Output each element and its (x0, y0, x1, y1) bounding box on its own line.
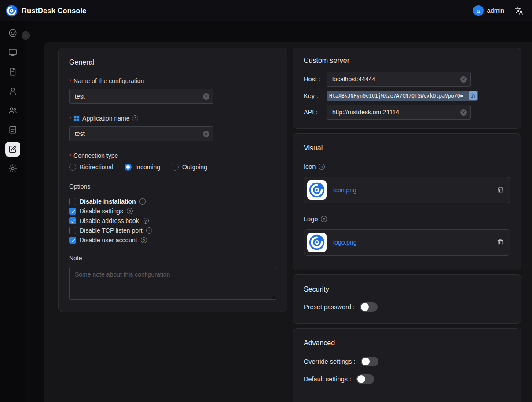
trash-icon[interactable] (497, 186, 504, 194)
radio-circle (69, 164, 76, 171)
api-label: API : (304, 109, 327, 116)
checkbox-disable-installation[interactable]: Disable installation ? (69, 197, 276, 206)
checkbox-disable-settings[interactable]: Disable settings ? (69, 206, 276, 216)
config-name-label: * Name of the configuration (69, 77, 276, 84)
config-name-label-text: Name of the configuration (73, 77, 144, 84)
checkbox-label: Disable TCP listen port (80, 227, 143, 234)
sidebar-collapse-button[interactable]: › (22, 31, 30, 40)
options-label: Options (69, 183, 276, 190)
clear-icon[interactable]: × (460, 76, 467, 83)
visual-title: Visual (304, 144, 510, 152)
host-label: Host : (304, 76, 327, 83)
checkbox-label: Disable address book (80, 217, 139, 224)
radio-incoming[interactable]: Incoming (125, 164, 160, 171)
content-panel: General * Name of the configuration × * … (44, 42, 532, 402)
default-settings-label: Default settings : (304, 376, 351, 383)
key-row: Key : HtaXBkJNHyn0e1U1jWXze7A7CN7QTGWqxk… (304, 91, 510, 101)
api-input[interactable] (327, 105, 471, 120)
app-name-label-text: Application name (82, 115, 129, 122)
connection-type-group: Bidirectional Incoming Outgoing (69, 164, 276, 171)
custom-server-title: Custom server (304, 57, 510, 65)
icon-file-link[interactable]: icon.png (333, 186, 356, 194)
right-column: Custom server Host : × Key : HtaXBkJNHyn… (293, 48, 521, 402)
checkbox-box-checked (69, 237, 76, 244)
api-input-wrap: × (327, 105, 471, 120)
trash-icon[interactable] (497, 238, 504, 246)
avatar[interactable]: a (473, 5, 484, 16)
app-name-input-wrap: × (69, 126, 213, 141)
help-icon[interactable]: ? (143, 218, 149, 224)
header: RustDesk Console a admin (0, 0, 532, 21)
checkbox-box-checked (69, 217, 76, 224)
checkbox-label: Disable settings (80, 208, 123, 215)
config-name-input[interactable] (69, 89, 213, 104)
copy-icon[interactable] (469, 91, 477, 100)
sidebar-item-smiley-icon[interactable] (5, 26, 20, 40)
radio-label: Outgoing (182, 164, 207, 171)
key-value-box[interactable]: HtaXBkJNHyn0e1U1jWXze7A7CN7QTGWqxkOtpaVp… (327, 91, 478, 101)
visual-card: Visual Icon ? icon.png Logo ? (293, 133, 521, 270)
help-icon[interactable]: ? (321, 216, 327, 222)
help-icon[interactable]: ? (127, 208, 133, 214)
toggle-knob (361, 303, 369, 311)
help-icon[interactable]: ? (146, 227, 152, 234)
note-textarea[interactable] (69, 267, 276, 300)
sidebar-item-logs-icon[interactable] (5, 122, 20, 137)
left-column: General * Name of the configuration × * … (58, 48, 287, 402)
general-card: General * Name of the configuration × * … (58, 48, 287, 312)
user-menu[interactable]: a admin (473, 5, 505, 16)
checkbox-box (69, 227, 76, 234)
key-label: Key : (304, 92, 327, 99)
required-mark: * (69, 153, 71, 159)
checkbox-disable-address-book[interactable]: Disable address book ? (69, 216, 276, 226)
sidebar-item-edit-icon[interactable] (5, 142, 20, 157)
username: admin (487, 7, 505, 14)
sidebar-item-settings-icon[interactable] (5, 161, 20, 176)
connection-type-label: * Connection type (69, 152, 276, 159)
toggle-knob (357, 375, 365, 383)
clear-icon[interactable]: × (460, 109, 467, 116)
icon-label-text: Icon (304, 163, 316, 170)
app-title: RustDesk Console (22, 7, 86, 15)
icon-preview (307, 180, 327, 200)
translate-icon[interactable] (515, 7, 523, 15)
sidebar-item-user-icon[interactable] (5, 84, 20, 99)
default-settings-toggle[interactable] (356, 374, 374, 384)
override-settings-label: Override settings : (304, 358, 356, 365)
icon-upload-box: icon.png (304, 177, 510, 203)
required-mark: * (69, 78, 71, 84)
custom-server-card: Custom server Host : × Key : HtaXBkJNHyn… (293, 48, 521, 129)
logo-label-text: Logo (304, 216, 318, 223)
sidebar (0, 21, 26, 402)
sidebar-item-document-icon[interactable] (5, 64, 20, 79)
checkbox-disable-tcp-listen-port[interactable]: Disable TCP listen port ? (69, 226, 276, 235)
advanced-title: Advanced (304, 339, 510, 347)
radio-outgoing[interactable]: Outgoing (172, 164, 207, 171)
clear-icon[interactable]: × (203, 131, 209, 137)
icon-label: Icon ? (304, 163, 510, 170)
app-name-input[interactable] (69, 126, 213, 141)
preset-password-row: Preset password : (304, 302, 510, 312)
help-icon[interactable]: ? (132, 115, 138, 121)
preset-password-toggle[interactable] (360, 302, 378, 312)
logo-file-link[interactable]: logo.png (333, 239, 357, 246)
checkbox-disable-user-account[interactable]: Disable user account ? (69, 235, 276, 245)
security-card: Security Preset password : (293, 274, 521, 324)
checkbox-label: Disable installation (80, 198, 136, 205)
host-input[interactable] (327, 72, 471, 87)
sidebar-item-users-icon[interactable] (5, 103, 20, 118)
default-settings-row: Default settings : (304, 374, 510, 384)
help-icon[interactable]: ? (141, 237, 147, 243)
override-settings-toggle[interactable] (361, 357, 378, 366)
clear-icon[interactable]: × (203, 93, 209, 100)
sidebar-item-monitor-icon[interactable] (5, 45, 20, 60)
app-name-label: * Application name ? (69, 115, 276, 122)
logo-preview (307, 233, 327, 252)
api-row: API : × (304, 105, 510, 120)
required-mark: * (69, 115, 71, 122)
help-icon[interactable]: ? (319, 164, 325, 170)
radio-label: Bidirectional (80, 164, 113, 171)
help-icon[interactable]: ? (139, 198, 146, 205)
radio-bidirectional[interactable]: Bidirectional (69, 164, 113, 171)
radio-label: Incoming (135, 164, 160, 171)
